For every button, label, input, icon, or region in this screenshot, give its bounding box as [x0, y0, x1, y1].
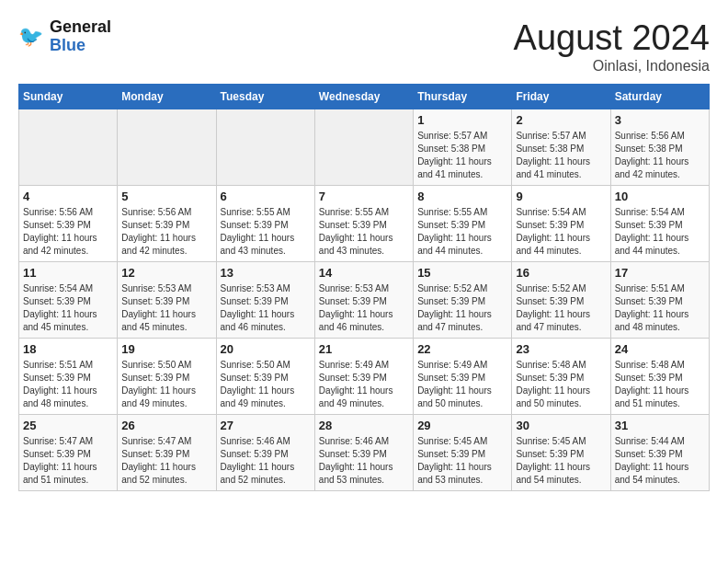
calendar-body: 1 Sunrise: 5:57 AM Sunset: 5:38 PM Dayli… — [19, 109, 710, 491]
calendar-day-cell: 2 Sunrise: 5:57 AM Sunset: 5:38 PM Dayli… — [512, 109, 610, 186]
day-number: 21 — [319, 342, 409, 356]
day-info: Sunrise: 5:50 AM Sunset: 5:39 PM Dayligh… — [121, 359, 211, 410]
calendar-day-cell: 18 Sunrise: 5:51 AM Sunset: 5:39 PM Dayl… — [19, 339, 118, 415]
day-number: 26 — [121, 419, 211, 432]
day-number: 15 — [417, 266, 507, 280]
day-number: 5 — [121, 190, 211, 203]
day-info: Sunrise: 5:47 AM Sunset: 5:39 PM Dayligh… — [121, 435, 211, 487]
logo-icon: 🐦 — [18, 23, 46, 51]
page-header: 🐦 General Blue August 2024 Oinlasi, Indo… — [18, 18, 710, 75]
calendar-day-cell: 15 Sunrise: 5:52 AM Sunset: 5:39 PM Dayl… — [414, 262, 512, 339]
day-info: Sunrise: 5:54 AM Sunset: 5:39 PM Dayligh… — [23, 282, 113, 334]
calendar-table: SundayMondayTuesdayWednesdayThursdayFrid… — [18, 84, 710, 491]
day-number: 11 — [23, 266, 113, 280]
day-info: Sunrise: 5:52 AM Sunset: 5:39 PM Dayligh… — [516, 282, 606, 334]
day-info: Sunrise: 5:52 AM Sunset: 5:39 PM Dayligh… — [417, 282, 507, 334]
svg-text:🐦: 🐦 — [18, 24, 44, 49]
day-number: 3 — [615, 113, 705, 127]
day-number: 22 — [417, 342, 507, 356]
calendar-week-row: 4 Sunrise: 5:56 AM Sunset: 5:39 PM Dayli… — [19, 186, 710, 262]
day-number: 19 — [121, 342, 211, 356]
calendar-week-row: 1 Sunrise: 5:57 AM Sunset: 5:38 PM Dayli… — [19, 109, 710, 186]
weekday-header-cell: Thursday — [414, 85, 512, 109]
day-number: 9 — [516, 190, 606, 203]
day-number: 8 — [417, 190, 507, 203]
day-info: Sunrise: 5:53 AM Sunset: 5:39 PM Dayligh… — [121, 282, 211, 334]
calendar-day-cell: 13 Sunrise: 5:53 AM Sunset: 5:39 PM Dayl… — [216, 262, 314, 339]
day-info: Sunrise: 5:47 AM Sunset: 5:39 PM Dayligh… — [23, 435, 113, 487]
day-info: Sunrise: 5:46 AM Sunset: 5:39 PM Dayligh… — [319, 435, 409, 487]
day-info: Sunrise: 5:57 AM Sunset: 5:38 PM Dayligh… — [417, 130, 507, 181]
day-number: 18 — [23, 342, 113, 356]
calendar-day-cell: 26 Sunrise: 5:47 AM Sunset: 5:39 PM Dayl… — [118, 415, 216, 491]
day-number: 28 — [319, 419, 409, 432]
calendar-day-cell — [216, 109, 314, 186]
calendar-week-row: 11 Sunrise: 5:54 AM Sunset: 5:39 PM Dayl… — [19, 262, 710, 339]
logo-text: General Blue — [50, 18, 111, 55]
weekday-header-cell: Monday — [118, 85, 216, 109]
day-number: 20 — [221, 342, 311, 356]
calendar-title: August 2024 — [514, 18, 710, 58]
day-info: Sunrise: 5:50 AM Sunset: 5:39 PM Dayligh… — [221, 359, 311, 410]
weekday-header-cell: Sunday — [19, 85, 118, 109]
day-number: 16 — [516, 266, 606, 280]
calendar-day-cell: 14 Sunrise: 5:53 AM Sunset: 5:39 PM Dayl… — [314, 262, 413, 339]
day-number: 29 — [417, 419, 507, 432]
day-info: Sunrise: 5:51 AM Sunset: 5:39 PM Dayligh… — [615, 282, 705, 334]
day-number: 4 — [23, 190, 113, 203]
day-number: 31 — [615, 419, 705, 432]
weekday-header-cell: Saturday — [610, 85, 709, 109]
day-info: Sunrise: 5:46 AM Sunset: 5:39 PM Dayligh… — [221, 435, 311, 487]
calendar-day-cell: 6 Sunrise: 5:55 AM Sunset: 5:39 PM Dayli… — [216, 186, 314, 262]
day-info: Sunrise: 5:49 AM Sunset: 5:39 PM Dayligh… — [417, 359, 507, 410]
calendar-day-cell — [314, 109, 413, 186]
calendar-day-cell: 7 Sunrise: 5:55 AM Sunset: 5:39 PM Dayli… — [314, 186, 413, 262]
day-info: Sunrise: 5:49 AM Sunset: 5:39 PM Dayligh… — [319, 359, 409, 410]
day-number: 13 — [221, 266, 311, 280]
weekday-header-cell: Wednesday — [314, 85, 413, 109]
day-number: 10 — [615, 190, 705, 203]
day-number: 30 — [516, 419, 606, 432]
calendar-day-cell: 4 Sunrise: 5:56 AM Sunset: 5:39 PM Dayli… — [19, 186, 118, 262]
day-info: Sunrise: 5:44 AM Sunset: 5:39 PM Dayligh… — [615, 435, 705, 487]
day-number: 6 — [221, 190, 311, 203]
day-info: Sunrise: 5:56 AM Sunset: 5:38 PM Dayligh… — [615, 130, 705, 181]
day-number: 1 — [417, 113, 507, 127]
calendar-day-cell: 1 Sunrise: 5:57 AM Sunset: 5:38 PM Dayli… — [414, 109, 512, 186]
day-info: Sunrise: 5:45 AM Sunset: 5:39 PM Dayligh… — [516, 435, 606, 487]
calendar-day-cell: 19 Sunrise: 5:50 AM Sunset: 5:39 PM Dayl… — [118, 339, 216, 415]
day-number: 17 — [615, 266, 705, 280]
day-info: Sunrise: 5:56 AM Sunset: 5:39 PM Dayligh… — [121, 206, 211, 258]
calendar-day-cell: 24 Sunrise: 5:48 AM Sunset: 5:39 PM Dayl… — [610, 339, 709, 415]
calendar-day-cell: 23 Sunrise: 5:48 AM Sunset: 5:39 PM Dayl… — [512, 339, 610, 415]
day-info: Sunrise: 5:55 AM Sunset: 5:39 PM Dayligh… — [417, 206, 507, 258]
calendar-day-cell: 17 Sunrise: 5:51 AM Sunset: 5:39 PM Dayl… — [610, 262, 709, 339]
day-info: Sunrise: 5:54 AM Sunset: 5:39 PM Dayligh… — [615, 206, 705, 258]
day-number: 25 — [23, 419, 113, 432]
weekday-header-row: SundayMondayTuesdayWednesdayThursdayFrid… — [19, 85, 710, 109]
day-info: Sunrise: 5:45 AM Sunset: 5:39 PM Dayligh… — [417, 435, 507, 487]
day-info: Sunrise: 5:57 AM Sunset: 5:38 PM Dayligh… — [516, 130, 606, 181]
day-info: Sunrise: 5:48 AM Sunset: 5:39 PM Dayligh… — [615, 359, 705, 410]
calendar-day-cell: 9 Sunrise: 5:54 AM Sunset: 5:39 PM Dayli… — [512, 186, 610, 262]
calendar-day-cell: 22 Sunrise: 5:49 AM Sunset: 5:39 PM Dayl… — [414, 339, 512, 415]
day-info: Sunrise: 5:53 AM Sunset: 5:39 PM Dayligh… — [221, 282, 311, 334]
calendar-day-cell: 29 Sunrise: 5:45 AM Sunset: 5:39 PM Dayl… — [414, 415, 512, 491]
day-info: Sunrise: 5:54 AM Sunset: 5:39 PM Dayligh… — [516, 206, 606, 258]
day-number: 7 — [319, 190, 409, 203]
calendar-day-cell: 25 Sunrise: 5:47 AM Sunset: 5:39 PM Dayl… — [19, 415, 118, 491]
day-number: 2 — [516, 113, 606, 127]
day-number: 27 — [221, 419, 311, 432]
calendar-title-block: August 2024 Oinlasi, Indonesia — [514, 18, 710, 75]
calendar-week-row: 18 Sunrise: 5:51 AM Sunset: 5:39 PM Dayl… — [19, 339, 710, 415]
day-info: Sunrise: 5:51 AM Sunset: 5:39 PM Dayligh… — [23, 359, 113, 410]
day-number: 14 — [319, 266, 409, 280]
calendar-day-cell: 21 Sunrise: 5:49 AM Sunset: 5:39 PM Dayl… — [314, 339, 413, 415]
weekday-header-cell: Tuesday — [216, 85, 314, 109]
calendar-day-cell: 3 Sunrise: 5:56 AM Sunset: 5:38 PM Dayli… — [610, 109, 709, 186]
calendar-day-cell — [19, 109, 118, 186]
calendar-week-row: 25 Sunrise: 5:47 AM Sunset: 5:39 PM Dayl… — [19, 415, 710, 491]
calendar-day-cell: 28 Sunrise: 5:46 AM Sunset: 5:39 PM Dayl… — [314, 415, 413, 491]
calendar-day-cell: 11 Sunrise: 5:54 AM Sunset: 5:39 PM Dayl… — [19, 262, 118, 339]
calendar-day-cell: 10 Sunrise: 5:54 AM Sunset: 5:39 PM Dayl… — [610, 186, 709, 262]
